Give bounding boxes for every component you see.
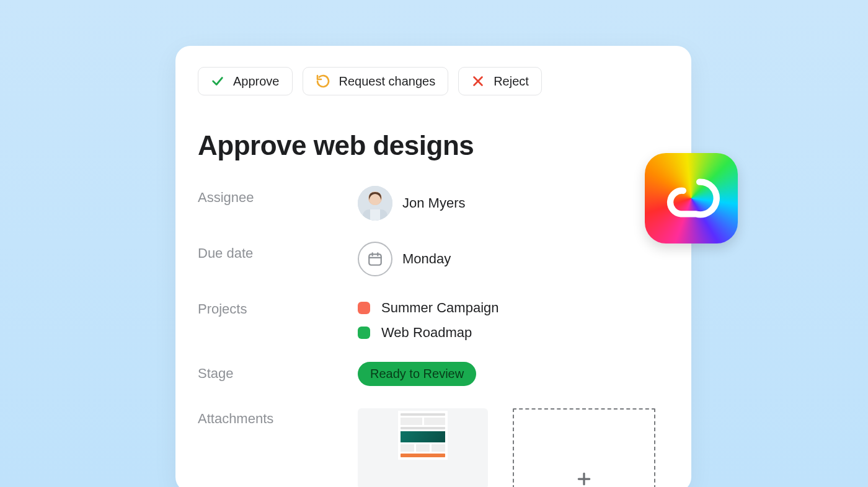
project-color-dot bbox=[358, 327, 370, 339]
project-color-dot bbox=[358, 302, 370, 314]
approve-label: Approve bbox=[233, 74, 280, 89]
stage-row: Stage Ready to Review bbox=[198, 362, 669, 386]
projects-row: Projects Summer Campaign Web Roadmap bbox=[198, 297, 669, 341]
project-item[interactable]: Summer Campaign bbox=[358, 300, 499, 316]
due-date-label: Due date bbox=[198, 242, 358, 261]
check-icon bbox=[211, 74, 224, 88]
assignee-name: Jon Myers bbox=[402, 195, 465, 211]
due-date-row: Due date Monday bbox=[198, 242, 669, 276]
attachment-thumbnail[interactable] bbox=[358, 408, 488, 487]
svg-point-4 bbox=[370, 194, 381, 205]
projects-list: Summer Campaign Web Roadmap bbox=[358, 297, 499, 341]
x-icon bbox=[471, 74, 485, 88]
approve-button[interactable]: Approve bbox=[198, 67, 293, 95]
svg-rect-7 bbox=[369, 254, 381, 265]
request-changes-label: Request changes bbox=[339, 74, 436, 89]
add-attachment-button[interactable] bbox=[513, 408, 655, 487]
attachments-list bbox=[358, 407, 655, 487]
due-date-text: Monday bbox=[402, 251, 451, 267]
action-bar: Approve Request changes Reject bbox=[198, 67, 669, 95]
attachments-row: Attachments bbox=[198, 407, 669, 487]
project-name: Web Roadmap bbox=[381, 325, 472, 341]
thumbnail-preview bbox=[398, 411, 448, 460]
stage-pill: Ready to Review bbox=[358, 362, 476, 386]
task-title: Approve web designs bbox=[198, 130, 669, 161]
assignee-value[interactable]: Jon Myers bbox=[358, 186, 465, 221]
svg-rect-6 bbox=[370, 209, 380, 221]
due-date-value[interactable]: Monday bbox=[358, 242, 451, 276]
attachments-label: Attachments bbox=[198, 407, 358, 427]
creative-cloud-icon bbox=[662, 173, 720, 223]
project-name: Summer Campaign bbox=[381, 300, 499, 316]
request-changes-button[interactable]: Request changes bbox=[303, 67, 449, 95]
assignee-row: Assignee Jon Myers bbox=[198, 186, 669, 221]
plus-icon bbox=[576, 470, 592, 487]
task-card: Approve Request changes Reject Approve w… bbox=[175, 46, 691, 487]
project-item[interactable]: Web Roadmap bbox=[358, 325, 499, 341]
reject-button[interactable]: Reject bbox=[458, 67, 542, 95]
avatar bbox=[358, 186, 392, 221]
projects-label: Projects bbox=[198, 297, 358, 317]
assignee-label: Assignee bbox=[198, 186, 358, 206]
calendar-icon bbox=[358, 242, 392, 276]
reject-label: Reject bbox=[494, 74, 529, 89]
creative-cloud-badge bbox=[645, 153, 738, 244]
stage-value[interactable]: Ready to Review bbox=[358, 362, 476, 386]
undo-icon bbox=[316, 74, 330, 89]
stage-label: Stage bbox=[198, 362, 358, 382]
